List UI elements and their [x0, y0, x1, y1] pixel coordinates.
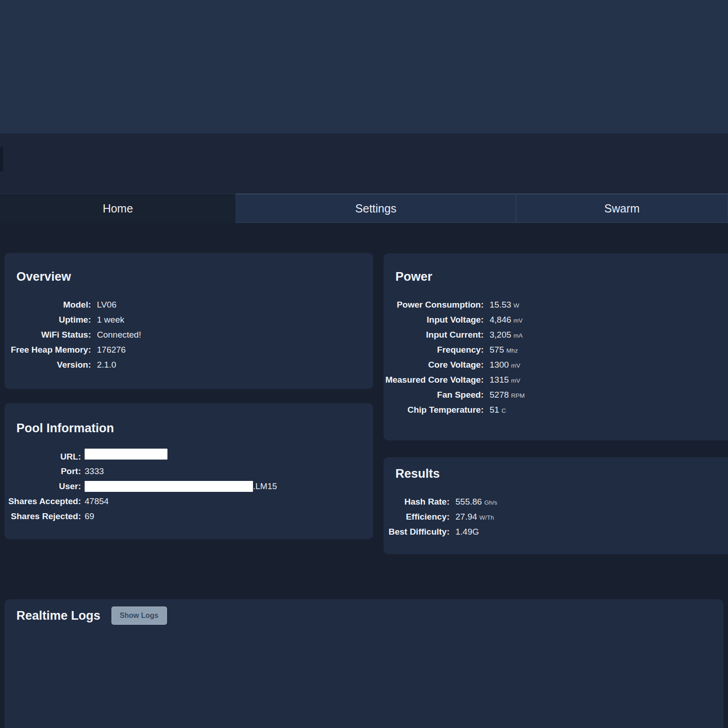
stat-label: Input Voltage: [384, 312, 484, 327]
stat-value [85, 449, 167, 460]
stat-value: 15.53W [490, 297, 519, 313]
value-unit: W [514, 298, 520, 313]
stat-value: 575Mhz [490, 342, 518, 358]
stat-value: 555.86Gh/s [455, 494, 497, 510]
value-unit: mA [514, 328, 523, 343]
power-card: Power Power Consumption:15.53WInput Volt… [384, 253, 728, 440]
value-suffix: .LM15 [253, 479, 277, 494]
value-text: 27.94 [455, 509, 477, 524]
stat-value: 51C [490, 402, 506, 418]
stat-label: Power Consumption: [384, 297, 484, 312]
stat-row: Fan Speed:5278RPM [384, 387, 728, 402]
pool-stats: URL:Port:3333User:.LM15Shares Accepted:4… [5, 449, 373, 524]
stat-label: Frequency: [384, 342, 484, 357]
stat-value: 5278RPM [490, 387, 525, 403]
value-text: 69 [85, 509, 94, 524]
stat-row: URL: [5, 449, 373, 464]
stat-value: 3333 [85, 464, 104, 479]
stat-label: URL: [5, 449, 81, 464]
stat-row: Input Current:3,205mA [384, 327, 728, 342]
stat-row: Efficiency:27.94W/Th [384, 509, 728, 524]
overview-card: Overview Model:LV06Uptime:1 weekWiFi Sta… [5, 253, 373, 389]
top-hero-area [0, 0, 728, 133]
value-text: 51 [490, 402, 499, 417]
value-text: 176276 [97, 342, 126, 357]
stat-row: Model:LV06 [5, 297, 373, 312]
stat-value: 1 week [97, 312, 124, 327]
value-text: Connected! [97, 327, 141, 342]
stat-value: 47854 [85, 494, 109, 509]
stat-row: Chip Temperature:51C [384, 402, 728, 417]
value-unit: W/Th [480, 510, 494, 525]
value-unit: Gh/s [484, 495, 497, 510]
value-text: 5278 [490, 387, 509, 402]
show-logs-button[interactable]: Show Logs [111, 607, 167, 625]
stat-label: WiFi Status: [5, 327, 91, 342]
value-text: 47854 [85, 494, 109, 509]
value-text: 1 week [97, 312, 124, 327]
stat-row: Shares Rejected:69 [5, 509, 373, 524]
realtime-logs-header: Realtime Logs Show Logs [5, 599, 723, 625]
stat-value: 1.49G [455, 524, 479, 539]
value-text: 4,846 [490, 312, 511, 327]
redacted-value-block [85, 449, 167, 460]
tab-bar: Home Settings Swarm [0, 193, 728, 223]
realtime-logs-title: Realtime Logs [16, 607, 101, 625]
value-text: 2.1.0 [97, 357, 116, 372]
stat-label: Fan Speed: [384, 387, 484, 402]
stat-label: Model: [5, 297, 91, 312]
value-text: 555.86 [455, 494, 482, 509]
stat-value: Connected! [97, 327, 141, 342]
tab-swarm[interactable]: Swarm [516, 194, 728, 223]
results-card: Results Hash Rate:555.86Gh/sEfficiency:2… [384, 457, 728, 554]
stat-value: 2.1.0 [97, 357, 116, 372]
stat-label: Core Voltage: [384, 357, 484, 372]
stat-row: Port:3333 [5, 464, 373, 479]
pool-information-card: Pool Information URL:Port:3333User:.LM15… [5, 403, 373, 539]
stat-row: Free Heap Memory:176276 [5, 342, 373, 357]
power-card-title: Power [395, 269, 728, 284]
stat-label: Best Difficulty: [384, 524, 450, 539]
stat-value: 1315mV [490, 372, 521, 388]
stat-row: Hash Rate:555.86Gh/s [384, 494, 728, 509]
value-text: 1300 [490, 357, 509, 372]
stat-label: Efficiency: [384, 509, 450, 524]
results-stats: Hash Rate:555.86Gh/sEfficiency:27.94W/Th… [384, 494, 728, 539]
stat-label: Chip Temperature: [384, 402, 484, 417]
realtime-logs-card: Realtime Logs Show Logs [5, 599, 723, 728]
power-stats: Power Consumption:15.53WInput Voltage:4,… [384, 297, 728, 417]
value-unit: mV [514, 313, 523, 328]
value-text: 1.49G [455, 524, 479, 539]
stat-row: User:.LM15 [5, 479, 373, 494]
value-unit: Mhz [506, 343, 518, 358]
stat-label: Port: [5, 464, 81, 479]
stat-row: Uptime:1 week [5, 312, 373, 327]
stat-label: Free Heap Memory: [5, 342, 91, 357]
stat-value: 4,846mV [490, 312, 523, 328]
stat-row: Frequency:575Mhz [384, 342, 728, 357]
stat-label: Version: [5, 357, 91, 372]
value-unit: mV [511, 373, 520, 388]
stat-label: Hash Rate: [384, 494, 450, 509]
tab-home[interactable]: Home [0, 194, 236, 223]
value-unit: mV [511, 358, 520, 373]
stat-row: Best Difficulty:1.49G [384, 524, 728, 539]
stat-row: Measured Core Voltage:1315mV [384, 372, 728, 387]
pool-card-title: Pool Information [16, 421, 373, 436]
value-unit: C [501, 403, 506, 418]
value-text: 3333 [85, 464, 104, 479]
overview-card-title: Overview [16, 269, 373, 284]
stat-label: Shares Rejected: [5, 509, 81, 524]
tab-settings[interactable]: Settings [236, 194, 516, 223]
stat-value: 1300mV [490, 357, 521, 373]
left-edge-notch [0, 147, 3, 172]
stat-label: Shares Accepted: [5, 494, 81, 509]
stat-label: Uptime: [5, 312, 91, 327]
results-card-title: Results [395, 466, 728, 481]
stat-label: Input Current: [384, 327, 484, 342]
overview-stats: Model:LV06Uptime:1 weekWiFi Status:Conne… [5, 297, 373, 372]
stat-value: 69 [85, 509, 94, 524]
stat-row: Input Voltage:4,846mV [384, 312, 728, 327]
stat-value: .LM15 [85, 479, 277, 494]
stat-value: 176276 [97, 342, 126, 357]
